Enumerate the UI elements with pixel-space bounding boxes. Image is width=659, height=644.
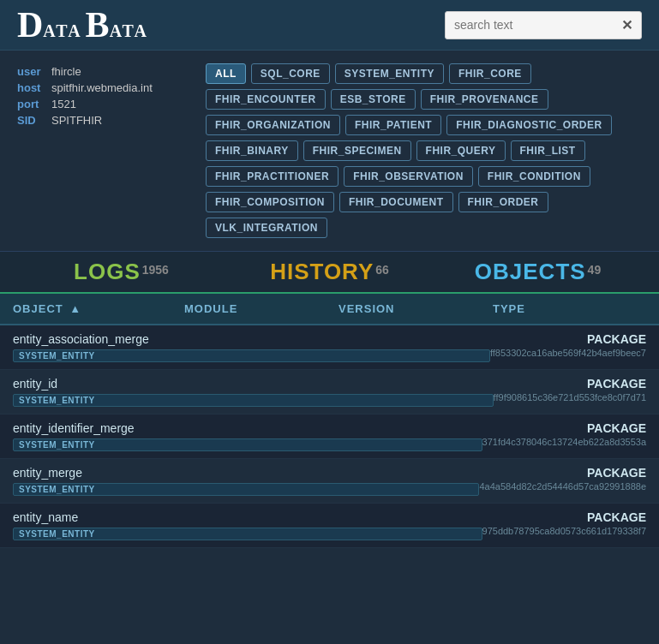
user-label: user <box>17 63 51 80</box>
table-row[interactable]: entity_idSYSTEM_ENTITYPACKAGEff9f908615c… <box>0 370 659 414</box>
object-name: entity_identifier_merge <box>13 421 482 435</box>
logo: D ATA B ATA <box>17 7 148 43</box>
table-row[interactable]: entity_association_mergeSYSTEM_ENTITYPAC… <box>0 325 659 370</box>
object-badge: SYSTEM_ENTITY <box>13 349 490 362</box>
object-badge: SYSTEM_ENTITY <box>13 528 482 540</box>
tag-fhir_specimen[interactable]: FHIR_SPECIMEN <box>303 140 411 161</box>
table-body: entity_association_mergeSYSTEM_ENTITYPAC… <box>0 325 659 548</box>
tags-container: ALLSQL_CORESYSTEM_ENTITYFHIR_COREFHIR_EN… <box>206 63 642 238</box>
row-right: PACKAGE4a4a584d82c2d54446d57ca92991888e <box>479 466 646 492</box>
object-type: PACKAGE <box>587 421 646 435</box>
col-object[interactable]: OBJECT ▲ <box>13 302 184 315</box>
row-left: entity_identifier_mergeSYSTEM_ENTITY <box>13 421 482 451</box>
object-badge: SYSTEM_ENTITY <box>13 483 479 496</box>
stats-bar: LOGS1956 HISTORY66 OBJECTS49 <box>0 251 659 294</box>
row-left: entity_mergeSYSTEM_ENTITY <box>13 466 479 496</box>
host-value: spitfhir.webmedia.int <box>51 80 159 96</box>
row-left: entity_idSYSTEM_ENTITY <box>13 377 494 407</box>
tag-fhir_diagnostic_order[interactable]: FHIR_DIAGNOSTIC_ORDER <box>446 115 612 135</box>
tag-all[interactable]: ALL <box>206 63 246 84</box>
object-badge: SYSTEM_ENTITY <box>13 438 482 451</box>
tag-sql_core[interactable]: SQL_CORE <box>251 63 330 84</box>
port-value: 1521 <box>51 96 159 112</box>
search-clear-icon[interactable]: ✕ <box>621 17 632 33</box>
port-label: port <box>17 96 51 112</box>
history-count: 66 <box>375 263 389 277</box>
object-type: PACKAGE <box>587 332 646 346</box>
search-box[interactable]: ✕ <box>445 11 642 39</box>
stat-history[interactable]: HISTORY66 <box>225 259 434 285</box>
table-row[interactable]: entity_mergeSYSTEM_ENTITYPACKAGE4a4a584d… <box>0 459 659 504</box>
logs-label: LOGS <box>74 259 141 284</box>
tag-esb_store[interactable]: ESB_STORE <box>331 89 416 110</box>
connection-info: user fhircle host spitfhir.webmedia.int … <box>17 63 206 238</box>
header: D ATA B ATA ✕ <box>0 0 659 51</box>
objects-count: 49 <box>588 263 602 277</box>
object-hash: ff9f908615c36e721d553fce8c0f7d71 <box>494 392 646 402</box>
sort-icon: ▲ <box>69 302 81 315</box>
row-right: PACKAGE975ddb78795ca8d0573c661d179338f7 <box>482 510 646 536</box>
col-type: TYPE <box>493 302 646 315</box>
logs-count: 1956 <box>142 263 169 277</box>
host-label: host <box>17 80 51 96</box>
table-row[interactable]: entity_identifier_mergeSYSTEM_ENTITYPACK… <box>0 414 659 459</box>
history-label: HISTORY <box>270 259 374 284</box>
table-header: OBJECT ▲ MODULE VERSION TYPE <box>0 294 659 325</box>
sid-value: SPITFHIR <box>51 112 159 128</box>
object-type: PACKAGE <box>587 466 646 480</box>
tag-fhir_observation[interactable]: FHIR_OBSERVATION <box>344 166 473 187</box>
object-hash: 4a4a584d82c2d54446d57ca92991888e <box>479 481 646 492</box>
tag-fhir_provenance[interactable]: FHIR_PROVENANCE <box>421 89 548 110</box>
tag-fhir_encounter[interactable]: FHIR_ENCOUNTER <box>206 89 326 110</box>
tag-fhir_practitioner[interactable]: FHIR_PRACTITIONER <box>206 166 338 187</box>
row-right: PACKAGEff9f908615c36e721d553fce8c0f7d71 <box>494 377 646 402</box>
tag-fhir_patient[interactable]: FHIR_PATIENT <box>345 115 441 135</box>
tag-system_entity[interactable]: SYSTEM_ENTITY <box>335 63 444 84</box>
object-hash: 371fd4c378046c13724eb622a8d3553a <box>482 437 646 447</box>
user-value: fhircle <box>51 63 159 80</box>
sid-label: SID <box>17 112 51 128</box>
tag-fhir_organization[interactable]: FHIR_ORGANIZATION <box>206 115 340 135</box>
stat-logs[interactable]: LOGS1956 <box>17 259 225 285</box>
tag-vlk_integration[interactable]: VLK_INTEGRATION <box>206 218 327 238</box>
col-module: MODULE <box>184 302 338 315</box>
logo-ata2: ATA <box>110 21 148 41</box>
tag-fhir_order[interactable]: FHIR_ORDER <box>458 192 548 212</box>
logo-ata: ATA <box>43 21 81 41</box>
table-row[interactable]: entity_nameSYSTEM_ENTITYPACKAGE975ddb787… <box>0 504 659 548</box>
table-container: OBJECT ▲ MODULE VERSION TYPE entity_asso… <box>0 294 659 548</box>
tag-fhir_composition[interactable]: FHIR_COMPOSITION <box>206 192 334 212</box>
col-version: VERSION <box>338 302 493 315</box>
row-left: entity_association_mergeSYSTEM_ENTITY <box>13 332 490 362</box>
object-hash: ff853302ca16abe569f42b4aef9beec7 <box>490 348 646 358</box>
tag-fhir_query[interactable]: FHIR_QUERY <box>416 140 506 161</box>
object-badge: SYSTEM_ENTITY <box>13 394 494 407</box>
object-name: entity_name <box>13 510 482 524</box>
logo-b: B <box>86 7 110 43</box>
object-type: PACKAGE <box>587 510 646 524</box>
tag-fhir_document[interactable]: FHIR_DOCUMENT <box>339 192 453 212</box>
object-hash: 975ddb78795ca8d0573c661d179338f7 <box>482 526 646 536</box>
row-right: PACKAGE371fd4c378046c13724eb622a8d3553a <box>482 421 646 447</box>
object-name: entity_id <box>13 377 494 391</box>
search-input[interactable] <box>454 18 621 32</box>
row-right: PACKAGEff853302ca16abe569f42b4aef9beec7 <box>490 332 646 358</box>
tag-fhir_core[interactable]: FHIR_CORE <box>449 63 531 84</box>
info-section: user fhircle host spitfhir.webmedia.int … <box>0 51 659 251</box>
tag-fhir_condition[interactable]: FHIR_CONDITION <box>478 166 590 187</box>
logo-d: D <box>17 7 43 43</box>
row-left: entity_nameSYSTEM_ENTITY <box>13 510 482 540</box>
object-type: PACKAGE <box>587 377 646 391</box>
object-name: entity_association_merge <box>13 332 490 346</box>
objects-label: OBJECTS <box>475 259 586 284</box>
tag-fhir_list[interactable]: FHIR_LIST <box>511 140 585 161</box>
object-name: entity_merge <box>13 466 479 480</box>
tag-fhir_binary[interactable]: FHIR_BINARY <box>206 140 298 161</box>
stat-objects[interactable]: OBJECTS49 <box>434 259 642 285</box>
